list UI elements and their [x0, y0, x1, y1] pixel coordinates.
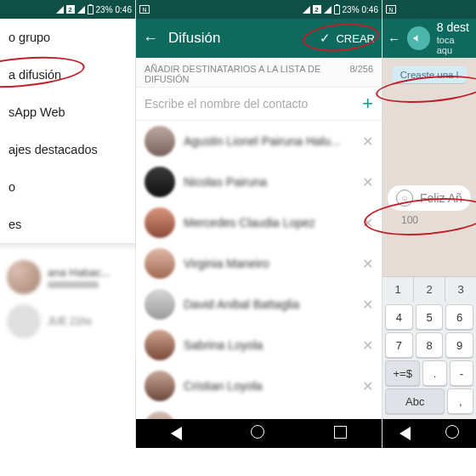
avatar [144, 126, 175, 156]
message-text: Feliz Añ [420, 191, 462, 205]
remove-icon[interactable]: ✕ [362, 215, 373, 231]
avatar [144, 207, 175, 238]
search-placeholder: Escribe el nombre del contacto [144, 97, 308, 110]
status-bar: N [382, 0, 476, 19]
chat-name: ana Habac... [48, 266, 110, 279]
nav-home-icon[interactable] [445, 425, 459, 442]
key-9[interactable]: 9 [445, 332, 473, 358]
status-bar: 2 23% 0:46 [0, 0, 135, 19]
menu-settings[interactable]: o [0, 168, 135, 206]
key-abc[interactable]: Abc [385, 388, 445, 414]
suggestion[interactable]: 1 [382, 277, 414, 302]
nav-back-icon[interactable] [400, 427, 411, 440]
key-period[interactable]: . [422, 360, 446, 386]
key-5[interactable]: 5 [416, 304, 444, 330]
create-button[interactable]: ✓ CREAR [320, 31, 375, 46]
keyboard: 4 5 6 7 8 9 +=$ . - Abc , [382, 302, 476, 419]
remove-icon[interactable]: ✕ [362, 256, 373, 272]
contact-name: David Anibal Battaglia [184, 298, 354, 311]
app-bar: ← Difusión ✓ CREAR [136, 19, 382, 58]
chat-subtitle: toca aqu [437, 35, 471, 55]
signal-icon [56, 6, 64, 14]
recipient-count: 8/256 [349, 64, 373, 84]
avatar [144, 330, 175, 360]
battery-icon [334, 5, 340, 14]
battery-pct: 23% [343, 5, 360, 14]
nav-home-icon[interactable] [251, 425, 264, 442]
key-4[interactable]: 4 [385, 304, 413, 330]
chat-list-blur: ana Habac... JUE 21hs [0, 252, 135, 357]
key-7[interactable]: 7 [385, 332, 413, 358]
contact-name: Mercedes Claudia Lopez [184, 216, 354, 230]
app-bar: ← 8 dest toca aqu [382, 19, 476, 58]
megaphone-icon [412, 32, 424, 44]
nfc-icon: N [386, 5, 396, 14]
clock: 0:46 [116, 5, 132, 14]
keyboard-suggestions: 1 2 3 [382, 276, 476, 302]
contact-name: Nicolas Pairuna [184, 175, 354, 189]
contact-name: Cristian Loyola [184, 379, 354, 393]
sim-badge: 2 [313, 5, 321, 14]
composer[interactable]: ☺ Feliz Añ [388, 185, 471, 211]
sim-badge: 2 [66, 5, 75, 14]
contact-name: Agustin Lionel Pairuna Halu... [184, 134, 354, 148]
remove-icon[interactable]: ✕ [362, 297, 373, 313]
nav-bar [382, 419, 476, 448]
menu-new-group[interactable]: o grupo [0, 19, 135, 56]
contact-row[interactable]: Mercedes Claudia Lopez✕ [136, 202, 382, 243]
avatar [7, 260, 41, 294]
remove-icon[interactable]: ✕ [362, 337, 373, 354]
contact-name: Virginia Maneiro [184, 257, 354, 270]
back-icon[interactable]: ← [388, 31, 400, 46]
contact-name: Sabrina Loyola [184, 338, 354, 352]
suggestion[interactable]: 3 [445, 277, 476, 302]
avatar [144, 411, 175, 419]
menu-new-broadcast[interactable]: a difusión [0, 56, 135, 94]
avatar [7, 304, 41, 338]
contact-row[interactable]: Nicolas Pairuna✕ [136, 162, 382, 202]
key-6[interactable]: 6 [445, 304, 473, 330]
avatar [144, 248, 175, 279]
contact-list: Agustin Lionel Pairuna Halu...✕Nicolas P… [136, 121, 382, 419]
check-icon: ✓ [320, 31, 331, 46]
nav-recent-icon[interactable] [334, 426, 347, 442]
contact-row[interactable]: Virginia Maneiro✕ [136, 243, 382, 284]
contact-row[interactable]: David Anibal Battaglia✕ [136, 284, 382, 325]
phone-broadcast-create: N 2 23% 0:46 ← Difusión ✓ CREAR AÑADIR D… [136, 0, 382, 448]
key-comma[interactable]: , [447, 388, 473, 414]
broadcast-avatar [407, 26, 430, 50]
contact-row[interactable]: Sabrina Loyola✕ [136, 325, 382, 366]
remove-icon[interactable]: ✕ [362, 378, 373, 394]
contact-row[interactable]: Maria Elisa Molina✕ [136, 406, 382, 419]
avatar [144, 167, 175, 197]
chat-title: 8 dest [437, 21, 471, 34]
signal-icon [77, 6, 85, 14]
contact-row[interactable]: Agustin Lionel Pairuna Halu...✕ [136, 121, 382, 162]
status-bar: N 2 23% 0:46 [136, 0, 382, 19]
page-title: Difusión [168, 30, 220, 47]
chat-time: JUE 21hs [48, 315, 92, 327]
remove-icon[interactable]: ✕ [362, 174, 373, 190]
menu-whatsapp-web[interactable]: sApp Web [0, 94, 135, 131]
menu-other[interactable]: es [0, 206, 135, 243]
phone-broadcast-chat: N ← 8 dest toca aqu Creaste una l ☺ Feli… [382, 0, 476, 448]
signal-icon [303, 6, 310, 14]
overflow-menu: o grupo a difusión sApp Web ajes destaca… [0, 19, 135, 243]
nav-back-icon[interactable] [171, 427, 182, 440]
emoji-icon[interactable]: ☺ [396, 190, 413, 207]
char-counter: 100 [401, 214, 418, 226]
key-symbols[interactable]: +=$ [385, 360, 420, 386]
remove-icon[interactable]: ✕ [362, 133, 373, 150]
phone-menu-overflow: 2 23% 0:46 o grupo a difusión sApp Web a… [0, 0, 136, 448]
menu-starred[interactable]: ajes destacados [0, 131, 135, 168]
search-input[interactable]: Escribe el nombre del contacto + [136, 88, 382, 121]
contact-row[interactable]: Cristian Loyola✕ [136, 366, 382, 406]
back-icon[interactable]: ← [143, 30, 158, 48]
avatar [144, 371, 175, 401]
suggestion[interactable]: 2 [414, 277, 445, 302]
battery-pct: 23% [96, 5, 113, 14]
plus-icon[interactable]: + [362, 93, 373, 115]
system-chip: Creaste una l [392, 66, 467, 83]
key-8[interactable]: 8 [416, 332, 444, 358]
key-dash[interactable]: - [450, 360, 473, 386]
